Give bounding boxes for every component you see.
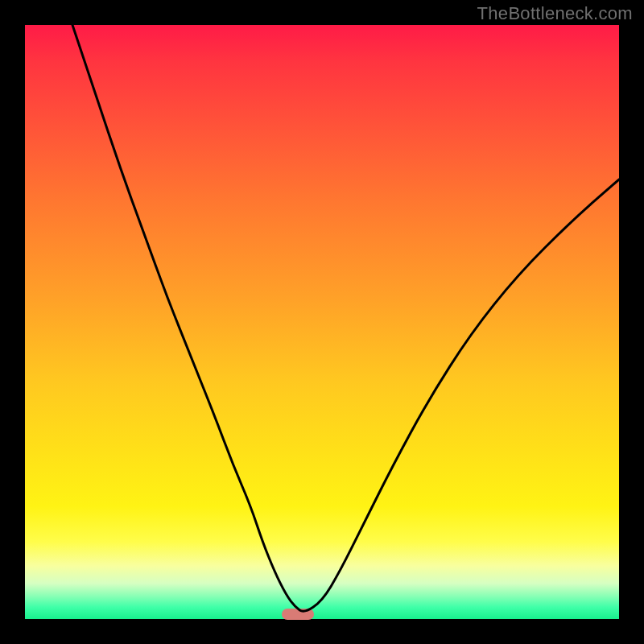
watermark-text: TheBottleneck.com xyxy=(477,3,633,24)
curve-layer xyxy=(25,25,619,619)
plot-area xyxy=(25,25,619,619)
bottleneck-curve xyxy=(72,25,619,611)
chart-frame: TheBottleneck.com xyxy=(0,0,644,644)
